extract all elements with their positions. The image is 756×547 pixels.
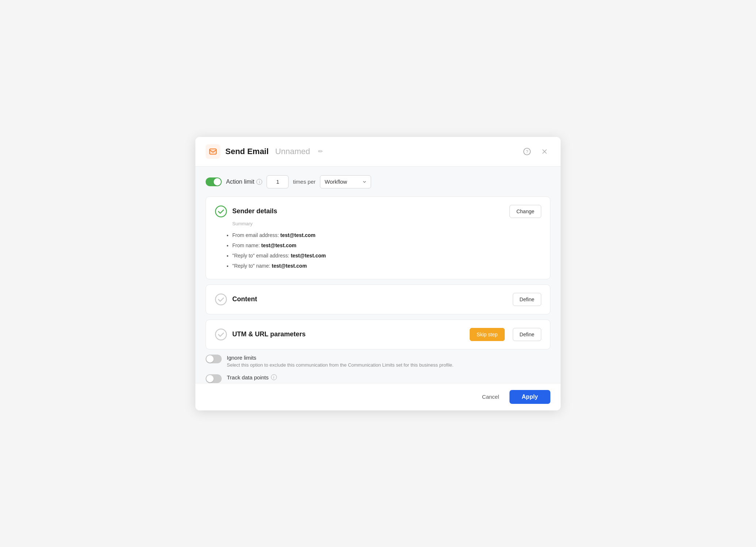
- sender-details-title: Sender details: [232, 207, 504, 215]
- svg-point-6: [215, 329, 226, 340]
- sender-details-header: Sender details Change: [215, 205, 541, 218]
- content-check-icon: [215, 293, 227, 306]
- utm-header: UTM & URL parameters Skip step Define: [215, 328, 541, 341]
- utm-define-button[interactable]: Define: [513, 328, 541, 341]
- track-data-points-label: Track data points i: [227, 374, 277, 380]
- send-email-modal: Send Email Unnamed ✏ ? Action limit: [195, 137, 561, 410]
- modal-subtitle: Unnamed: [275, 147, 310, 156]
- action-limit-toggle[interactable]: [206, 177, 222, 186]
- action-limit-label: Action limit i: [226, 179, 262, 185]
- content-define-button[interactable]: Define: [513, 293, 541, 306]
- svg-point-5: [215, 294, 226, 305]
- action-limit-info-icon[interactable]: i: [256, 179, 262, 185]
- utm-check-icon: [215, 328, 227, 341]
- svg-rect-0: [210, 149, 216, 154]
- track-data-points-row: Track data points i: [206, 374, 550, 383]
- content-section: Content Define: [206, 284, 550, 314]
- list-item: "Reply to" email address: test@test.com: [232, 250, 541, 261]
- sender-details-summary-list: From email address: test@test.com From n…: [232, 230, 541, 271]
- svg-point-4: [215, 206, 226, 217]
- close-button[interactable]: [539, 146, 550, 157]
- header-actions: ?: [521, 146, 550, 157]
- ignore-limits-row: Ignore limits Select this option to excl…: [206, 355, 550, 368]
- svg-text:?: ?: [526, 149, 528, 154]
- modal-footer: Cancel Apply: [195, 383, 561, 410]
- times-per-label: times per: [293, 179, 316, 185]
- send-email-icon: [206, 144, 220, 159]
- track-data-points-text: Track data points i: [227, 374, 277, 382]
- track-data-points-info-icon[interactable]: i: [271, 374, 277, 380]
- ignore-limits-description: Select this option to exclude this commu…: [227, 362, 454, 368]
- utm-section: UTM & URL parameters Skip step Define: [206, 320, 550, 349]
- modal-header: Send Email Unnamed ✏ ?: [195, 137, 561, 167]
- list-item: From email address: test@test.com: [232, 230, 541, 240]
- list-item: From name: test@test.com: [232, 240, 541, 250]
- sender-details-check-icon: [215, 205, 227, 218]
- content-title: Content: [232, 295, 508, 303]
- utm-skip-button[interactable]: Skip step: [470, 328, 505, 341]
- times-input[interactable]: [267, 175, 289, 188]
- ignore-limits-text: Ignore limits Select this option to excl…: [227, 355, 454, 368]
- sender-details-change-button[interactable]: Change: [509, 205, 541, 218]
- action-limit-row: Action limit i times per Workflow Contac…: [206, 175, 550, 188]
- modal-body: Action limit i times per Workflow Contac…: [195, 167, 561, 383]
- ignore-limits-toggle[interactable]: [206, 355, 222, 363]
- ignore-limits-label: Ignore limits: [227, 355, 454, 361]
- utm-title: UTM & URL parameters: [232, 330, 465, 338]
- sender-details-section: Sender details Change Summary From email…: [206, 196, 550, 279]
- help-button[interactable]: ?: [521, 146, 533, 157]
- cancel-button[interactable]: Cancel: [477, 391, 504, 403]
- workflow-select[interactable]: Workflow Contact Day Week: [320, 175, 371, 188]
- track-data-points-toggle[interactable]: [206, 374, 222, 383]
- edit-icon[interactable]: ✏: [318, 148, 323, 155]
- list-item: "Reply to" name: test@test.com: [232, 261, 541, 271]
- modal-title: Send Email: [225, 147, 269, 156]
- sender-details-summary-label: Summary: [232, 221, 541, 226]
- apply-button[interactable]: Apply: [509, 390, 550, 404]
- content-header: Content Define: [215, 293, 541, 306]
